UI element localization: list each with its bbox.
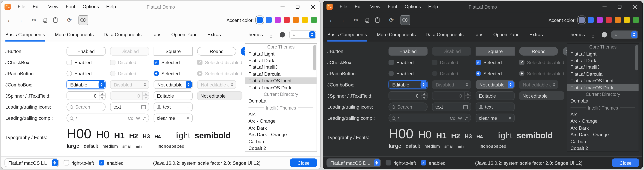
tab-basic-components[interactable]: Basic Components (327, 28, 367, 42)
checkbox-disabled[interactable]: Disabled (110, 60, 149, 65)
theme-item[interactable]: Arc Dark (567, 125, 639, 131)
theme-item[interactable]: Arc - Orange (245, 118, 317, 124)
refresh-button[interactable]: ⟳ (64, 15, 74, 25)
theme-item[interactable]: FlatLaf macOS Light (567, 77, 639, 84)
forward-button[interactable]: → (337, 15, 347, 25)
menu-file[interactable]: File (336, 1, 351, 12)
search-with-options-field[interactable]: Cc W .* (67, 114, 149, 122)
whole-word-button[interactable]: W (136, 115, 140, 120)
not-editable-disabled-combobox[interactable]: Not editable dis... (197, 80, 236, 89)
menu-view[interactable]: View (366, 1, 384, 12)
not-editable-combobox[interactable]: Not editable (154, 80, 193, 89)
theme-item[interactable]: FlatLaf Darcula (567, 71, 639, 77)
github-button[interactable] (278, 31, 286, 39)
scrollbar-thumb[interactable] (636, 45, 638, 70)
date-field[interactable]: text (432, 102, 471, 111)
accent-swatch-red[interactable] (606, 17, 612, 23)
theme-item[interactable]: FlatLaf macOS Light (245, 77, 317, 84)
refresh-button[interactable]: ⟳ (386, 15, 396, 25)
regex-button[interactable]: .* (143, 115, 146, 120)
help-button[interactable]: ? (563, 47, 567, 56)
theme-item[interactable]: FlatLaf macOS Dark (245, 84, 317, 91)
clear-icon[interactable]: × (508, 115, 511, 120)
github-button[interactable] (600, 31, 608, 39)
accent-swatch-default[interactable] (579, 17, 585, 23)
cut-button[interactable]: ✂ (29, 15, 39, 25)
accent-swatch-green[interactable] (311, 17, 317, 23)
radio-selected[interactable]: Selected (476, 71, 515, 76)
theme-item[interactable]: FlatLaf Dark (567, 57, 639, 64)
right-to-left-checkbox[interactable]: right-to-left (64, 160, 94, 165)
theme-item[interactable]: DemoLaf (245, 98, 317, 104)
show-hidden-toggle-button[interactable] (78, 15, 88, 25)
theme-item[interactable]: Arc (245, 111, 317, 118)
whole-word-button[interactable]: W (458, 115, 462, 120)
theme-item[interactable]: FlatLaf Light (567, 51, 639, 57)
accent-swatch-blue[interactable] (588, 17, 594, 23)
editable-combobox[interactable]: Editable (388, 80, 428, 89)
accent-swatch-green[interactable] (633, 17, 639, 23)
disabled-combobox[interactable]: Disabled (432, 80, 471, 89)
disabled-button[interactable]: Disabled (110, 47, 149, 56)
not-editable-combobox[interactable]: Not editable (476, 80, 515, 89)
disabled-combobox[interactable]: Disabled (110, 80, 149, 89)
cut-button[interactable]: ✂ (351, 15, 361, 25)
round-button[interactable]: Round (519, 47, 558, 56)
themes-filter-combo[interactable]: all (611, 31, 638, 39)
tab-tabs[interactable]: Tabs (152, 28, 162, 42)
match-case-button[interactable]: Cc (128, 115, 133, 120)
paste-button[interactable] (50, 15, 60, 25)
editable-textfield[interactable]: Editable (476, 91, 515, 100)
menu-font[interactable]: Font (384, 1, 401, 12)
user-field[interactable]: text≡ (476, 102, 515, 111)
calendar-icon[interactable] (141, 105, 146, 109)
square-button[interactable]: Square (154, 47, 193, 56)
checkbox-selected[interactable]: Selected (476, 60, 515, 65)
close-button[interactable]: Close (612, 158, 639, 167)
theme-item[interactable]: FlatLaf IntelliJ (567, 64, 639, 70)
checkbox-selected-disabled[interactable]: Selected disabled (197, 60, 245, 65)
minimize-button[interactable] (597, 1, 612, 12)
theme-item[interactable]: FlatLaf Light (245, 51, 317, 57)
tab-basic-components[interactable]: Basic Components (5, 28, 45, 42)
radio-selected-disabled[interactable]: Selected disabled (197, 71, 245, 76)
clearable-field[interactable]: clear me× (476, 114, 515, 122)
tab-more-components[interactable]: More Components (377, 28, 416, 42)
theme-item[interactable]: Cobalt 2 (567, 145, 639, 151)
tab-data-components[interactable]: Data Components (104, 28, 142, 42)
minimize-button[interactable] (275, 1, 290, 12)
theme-item[interactable]: Arc (567, 111, 639, 118)
accent-swatch-default[interactable] (257, 17, 263, 23)
calendar-icon[interactable] (463, 105, 468, 109)
editable-combobox[interactable]: Editable (67, 80, 106, 89)
spinner-disabled[interactable]: 0 (110, 91, 149, 100)
spinner[interactable]: 0 (67, 91, 106, 100)
laf-combobox[interactable]: FlatLaf macOS Li... (4, 158, 58, 167)
copy-button[interactable] (40, 15, 50, 25)
user-field[interactable]: text≡ (154, 102, 193, 111)
enabled-button[interactable]: Enabled (388, 47, 428, 56)
close-button[interactable]: Close (290, 158, 317, 167)
date-field[interactable]: text (110, 102, 149, 111)
spinner-arrows[interactable] (99, 92, 105, 100)
regex-button[interactable]: .* (465, 115, 468, 120)
spinner-arrows[interactable] (421, 92, 427, 100)
theme-item[interactable]: FlatLaf macOS Dark (567, 84, 639, 91)
titlebar[interactable]: FL File Edit View Font Options Help Flat… (1, 1, 320, 12)
checkbox-enabled[interactable]: Enabled (67, 60, 106, 65)
theme-item[interactable]: Arc Dark - Orange (567, 131, 639, 138)
accent-swatch-yellow[interactable] (302, 17, 308, 23)
close-window-button[interactable] (305, 1, 320, 12)
maximize-button[interactable] (290, 1, 305, 12)
list-icon[interactable]: ≡ (508, 104, 511, 109)
tab-option-pane[interactable]: Option Pane (493, 28, 520, 42)
forward-button[interactable]: → (15, 15, 25, 25)
accent-swatch-red[interactable] (284, 17, 290, 23)
radio-disabled[interactable]: Disabled (110, 71, 149, 76)
not-editable-textfield[interactable]: Not editable (197, 91, 242, 100)
spinner[interactable]: 0 (388, 91, 428, 100)
accent-swatch-magenta[interactable] (275, 17, 281, 23)
menu-help[interactable]: Help (102, 1, 120, 12)
clear-icon[interactable]: × (186, 115, 189, 120)
theme-item[interactable]: DemoLaf (567, 98, 639, 104)
